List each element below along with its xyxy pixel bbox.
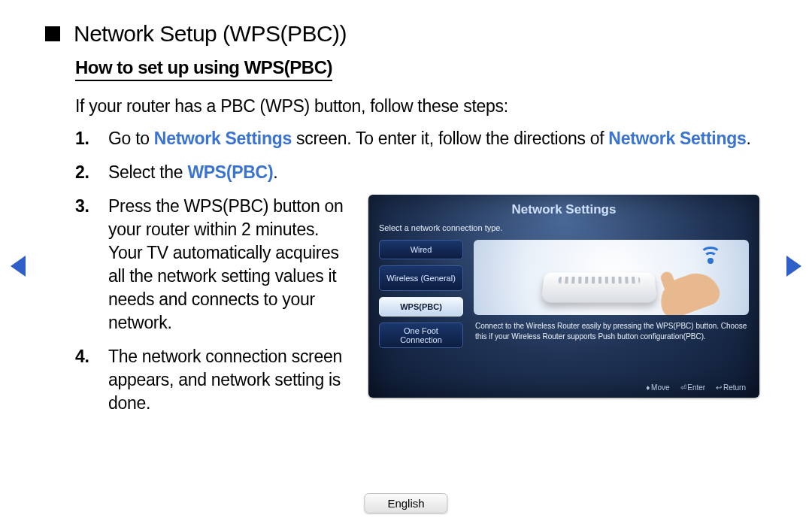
steps-left-column: 3. Press the WPS(PBC) button on your rou… [75, 195, 353, 426]
steps-list: 1. Go to Network Settings screen. To ent… [75, 127, 767, 426]
step-number: 1. [75, 127, 108, 150]
tv-body: Wired Wireless (General) WPS(PBC) One Fo… [379, 240, 749, 348]
step-number: 3. [75, 195, 108, 335]
tv-title: Network Settings [379, 202, 749, 217]
tv-subtitle: Select a network connection type. [379, 223, 749, 232]
enter-hint: ⏎ Enter [680, 383, 706, 392]
tv-screenshot: Network Settings Select a network connec… [368, 195, 759, 398]
highlight-link: WPS(PBC) [187, 162, 273, 182]
prev-arrow[interactable] [11, 256, 26, 277]
tv-option-wireless[interactable]: Wireless (General) [379, 265, 463, 291]
return-icon: ↩ [716, 383, 721, 392]
tv-right-panel: Connect to the Wireless Router easily by… [474, 240, 749, 348]
tv-description: Connect to the Wireless Router easily by… [474, 321, 749, 341]
tv-option-one-foot[interactable]: One Foot Connection [379, 323, 463, 348]
step-4: 4. The network connection screen appears… [75, 345, 353, 415]
tv-screenshot-column: Network Settings Select a network connec… [368, 195, 767, 426]
step-text: . [746, 129, 750, 148]
step-2: 2. Select the WPS(PBC). [75, 161, 767, 184]
section-subtitle: How to set up using WPS(PBC) [75, 57, 332, 81]
title-row: Network Setup (WPS(PBC)) [45, 21, 767, 47]
content-row: 3. Press the WPS(PBC) button on your rou… [75, 195, 767, 426]
step-text: screen. To enter it, follow the directio… [292, 129, 608, 148]
step-number: 4. [75, 345, 108, 415]
page-content: Network Setup (WPS(PBC)) How to set up u… [0, 0, 812, 426]
highlight-link: Network Settings [154, 129, 292, 148]
step-text: Go to [108, 129, 154, 148]
next-arrow[interactable] [786, 256, 801, 277]
step-3: 3. Press the WPS(PBC) button on your rou… [75, 195, 353, 335]
hand-icon [654, 267, 723, 315]
router-icon [541, 273, 658, 303]
intro-text: If your router has a PBC (WPS) button, f… [75, 96, 767, 117]
step-text: Select the [108, 162, 187, 182]
step-text: . [273, 162, 277, 182]
enter-icon: ⏎ [680, 383, 686, 392]
tv-option-wired[interactable]: Wired [379, 240, 463, 259]
return-hint: ↩ Return [716, 383, 746, 392]
step-1: 1. Go to Network Settings screen. To ent… [75, 127, 767, 150]
page-title: Network Setup (WPS(PBC)) [74, 21, 347, 47]
step-body: Select the WPS(PBC). [108, 161, 767, 184]
language-pill[interactable]: English [364, 493, 447, 513]
updown-icon: ♦ [646, 383, 649, 392]
highlight-link: Network Settings [608, 129, 746, 148]
step-number: 2. [75, 161, 108, 184]
tv-footer: ♦ Move ⏎ Enter ↩ Return [646, 383, 746, 392]
tv-illustration [474, 240, 749, 315]
move-hint: ♦ Move [646, 383, 669, 392]
square-bullet-icon [45, 26, 60, 41]
tv-menu: Wired Wireless (General) WPS(PBC) One Fo… [379, 240, 463, 348]
tv-option-wpspbc[interactable]: WPS(PBC) [379, 297, 463, 316]
step-body: Go to Network Settings screen. To enter … [108, 127, 767, 150]
step-body: The network connection screen appears, a… [108, 345, 353, 415]
step-body: Press the WPS(PBC) button on your router… [108, 195, 353, 335]
